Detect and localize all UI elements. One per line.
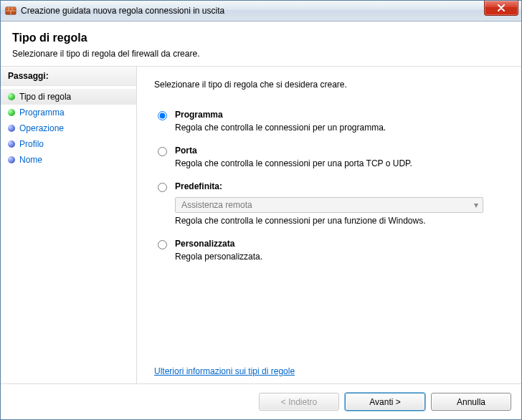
wizard-header: Tipo di regola Selezionare il tipo di re… [1,22,521,67]
close-button[interactable] [484,1,518,16]
step-tipo-di-regola[interactable]: Tipo di regola [1,89,136,105]
rule-type-options: Programma Regola che controlla le connes… [154,110,504,262]
option-title: Predefinita: [175,181,483,191]
firewall-icon [5,5,16,16]
radio-programma[interactable] [158,111,167,120]
step-nome[interactable]: Nome [1,152,136,168]
cancel-button[interactable]: Annulla [431,393,511,411]
option-title: Porta [175,145,412,156]
window-title: Creazione guidata nuova regola connessio… [21,6,224,16]
next-button[interactable]: Avanti > [345,393,425,411]
learn-more-link[interactable]: Ulteriori informazioni sui tipi di regol… [154,338,295,376]
titlebar: Creazione guidata nuova regola connessio… [1,1,521,22]
page-title: Tipo di regola [12,32,510,44]
step-bullet-icon [8,125,15,132]
option-desc: Regola che controlla le connessioni per … [175,158,412,168]
radio-predefinita[interactable] [158,183,167,192]
main-prompt: Selezionare il tipo di regola che si des… [154,80,504,90]
wizard-main-panel: Selezionare il tipo di regola che si des… [137,67,521,383]
step-operazione[interactable]: Operazione [1,120,136,136]
step-label: Profilo [19,139,44,149]
step-label: Nome [19,155,42,165]
back-button: < Indietro [259,393,339,411]
option-title: Personalizzata [175,239,262,249]
option-predefinita[interactable]: Predefinita: Assistenza remota ▾ Regola … [154,181,504,226]
radio-porta[interactable] [158,147,167,156]
wizard-footer: < Indietro Avanti > Annulla [1,383,521,419]
step-bullet-icon [8,140,15,148]
predefinita-selected-value: Assistenza remota [181,200,252,210]
step-bullet-icon [8,109,15,116]
option-desc: Regola che controlla le connessioni per … [175,216,483,226]
step-profilo[interactable]: Profilo [1,136,136,152]
wizard-window: Creazione guidata nuova regola connessio… [0,0,522,420]
step-programma[interactable]: Programma [1,105,136,120]
step-bullet-icon [8,93,15,100]
page-subtitle: Selezionare il tipo di regola del firewa… [12,49,510,59]
option-title: Programma [175,110,386,120]
predefinita-select: Assistenza remota ▾ [175,197,483,213]
step-bullet-icon [8,156,15,163]
chevron-down-icon: ▾ [474,200,478,210]
step-label: Operazione [19,123,64,133]
option-personalizzata[interactable]: Personalizzata Regola personalizzata. [154,239,504,262]
step-label: Programma [19,108,65,118]
svg-rect-1 [6,7,16,9]
wizard-steps-sidebar: Passaggi: Tipo di regola Programma Opera… [1,67,137,383]
steps-list: Tipo di regola Programma Operazione Prof… [1,86,136,168]
option-desc: Regola personalizzata. [175,252,262,262]
close-icon [497,4,506,11]
wizard-content: Passaggi: Tipo di regola Programma Opera… [1,67,521,383]
option-programma[interactable]: Programma Regola che controlla le connes… [154,110,504,133]
option-desc: Regola che controlla le connessioni per … [175,123,386,133]
step-label: Tipo di regola [19,92,71,102]
option-porta[interactable]: Porta Regola che controlla le connession… [154,145,504,168]
steps-heading: Passaggi: [1,67,136,86]
radio-personalizzata[interactable] [158,240,167,249]
